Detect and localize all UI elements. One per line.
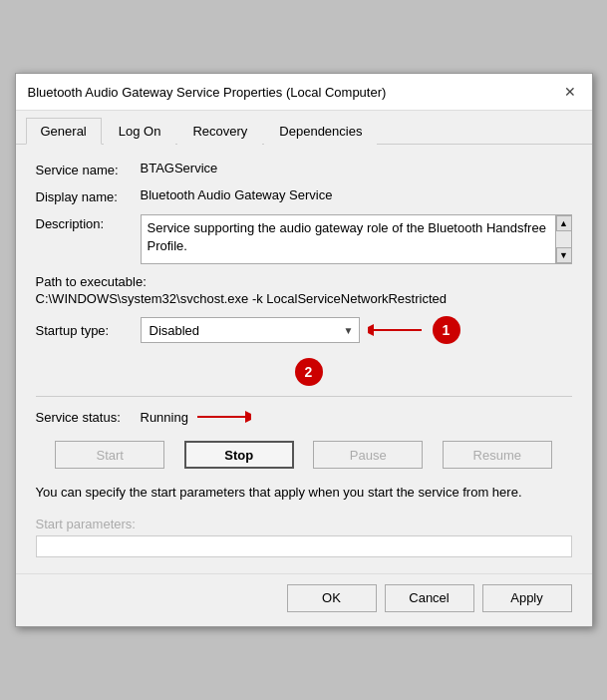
resume-button[interactable]: Resume	[443, 441, 552, 469]
annotation-circle-2: 2	[295, 358, 323, 386]
startup-type-label: Startup type:	[36, 323, 141, 338]
tab-dependencies[interactable]: Dependencies	[264, 118, 377, 145]
scrollbar-down-button[interactable]: ▼	[556, 247, 572, 263]
cancel-button[interactable]: Cancel	[385, 584, 474, 612]
display-name-value: Bluetooth Audio Gateway Service	[141, 187, 333, 202]
tabs-container: General Log On Recovery Dependencies	[16, 111, 592, 145]
annotation-circle-1: 1	[433, 316, 460, 344]
scrollbar-up-button[interactable]: ▲	[556, 215, 572, 231]
service-name-value: BTAGService	[141, 161, 218, 175]
display-name-row: Display name: Bluetooth Audio Gateway Se…	[36, 187, 572, 204]
tab-logon[interactable]: Log On	[104, 118, 176, 145]
info-text: You can specify the start parameters tha…	[36, 483, 572, 503]
apply-button[interactable]: Apply	[482, 584, 572, 612]
service-status-value: Running	[141, 410, 188, 425]
stop-button[interactable]: Stop	[184, 441, 294, 469]
startup-type-select-wrapper: Disabled Manual Automatic Automatic (Del…	[141, 317, 360, 343]
title-bar: Bluetooth Audio Gateway Service Properti…	[16, 74, 592, 111]
path-section: Path to executable: C:\WINDOWS\system32\…	[36, 274, 572, 306]
annotation-2-group: 2	[36, 358, 572, 386]
service-status-label: Service status:	[36, 410, 141, 425]
tab-recovery[interactable]: Recovery	[177, 118, 262, 145]
path-label: Path to executable:	[36, 274, 572, 289]
startup-type-select[interactable]: Disabled Manual Automatic Automatic (Del…	[141, 317, 360, 343]
start-params-input[interactable]	[36, 535, 572, 557]
ok-button[interactable]: OK	[287, 584, 377, 612]
description-box[interactable]: Service supporting the audio gateway rol…	[141, 214, 572, 264]
bottom-buttons-bar: OK Cancel Apply	[16, 573, 592, 626]
service-properties-window: Bluetooth Audio Gateway Service Properti…	[15, 73, 593, 627]
service-control-buttons: Start Stop Pause Resume	[36, 441, 572, 469]
service-name-label: Service name:	[36, 161, 141, 177]
path-value: C:\WINDOWS\system32\svchost.exe -k Local…	[36, 291, 572, 306]
tab-content: Service name: BTAGService Display name: …	[16, 145, 592, 573]
service-status-row: Service status: Running	[36, 407, 572, 427]
description-label: Description:	[36, 214, 141, 231]
start-button[interactable]: Start	[55, 441, 164, 469]
description-value: Service supporting the audio gateway rol…	[148, 220, 546, 253]
close-button[interactable]: ✕	[560, 82, 580, 102]
service-name-row: Service name: BTAGService	[36, 161, 572, 177]
display-name-label: Display name:	[36, 187, 141, 204]
window-title: Bluetooth Audio Gateway Service Properti…	[28, 85, 387, 100]
annotation-1-group: 1	[368, 316, 460, 344]
startup-row: Startup type: Disabled Manual Automatic …	[36, 316, 572, 344]
annotation-2-arrow	[196, 407, 251, 427]
tab-general[interactable]: General	[26, 118, 102, 145]
divider	[36, 396, 572, 397]
start-params-section: Start parameters:	[36, 517, 572, 557]
description-scrollbar[interactable]: ▲ ▼	[555, 215, 571, 263]
description-row: Description: Service supporting the audi…	[36, 214, 572, 264]
annotation-1-arrow	[368, 320, 423, 340]
pause-button[interactable]: Pause	[313, 441, 423, 469]
start-params-label: Start parameters:	[36, 517, 572, 531]
